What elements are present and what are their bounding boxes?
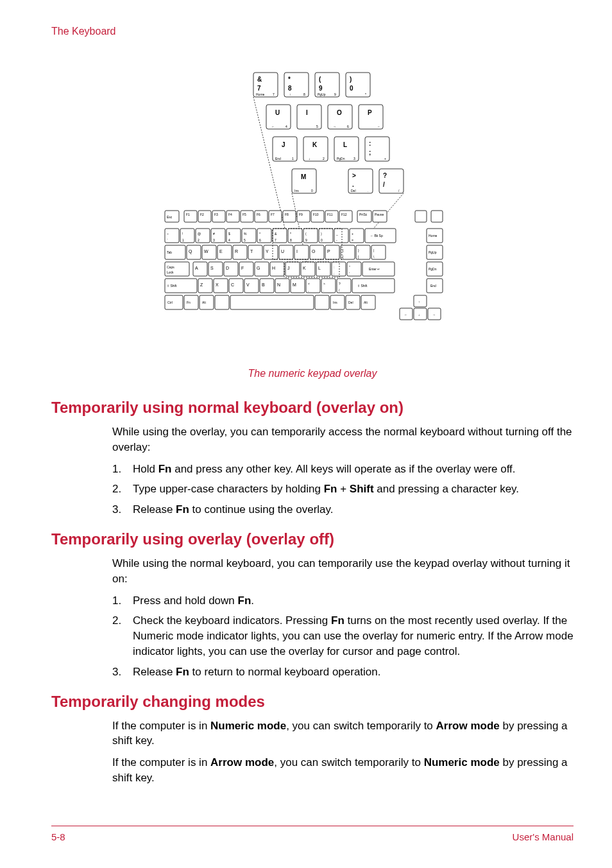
- svg-text:4: 4: [228, 238, 230, 242]
- svg-text:F: F: [241, 266, 244, 270]
- svg-text:3: 3: [213, 238, 215, 242]
- page-header: The Keyboard: [51, 26, 574, 37]
- svg-text:⇧ Shift: ⇧ Shift: [357, 284, 368, 288]
- list-item: 1.Press and hold down Fn.: [112, 593, 574, 609]
- svg-text:F1: F1: [186, 213, 190, 216]
- svg-text:N: N: [277, 282, 280, 287]
- svg-text:F7: F7: [271, 213, 275, 216]
- svg-text:↑: ↑: [418, 300, 420, 304]
- svg-text:<: <: [308, 282, 310, 286]
- svg-rect-97: [431, 211, 443, 222]
- svg-text:L: L: [343, 141, 347, 148]
- svg-text:2: 2: [198, 238, 200, 242]
- svg-text:→: →: [432, 313, 436, 317]
- svg-text:Pause: Pause: [375, 213, 384, 216]
- svg-text:L: L: [318, 266, 321, 270]
- svg-text:F9: F9: [299, 213, 303, 216]
- svg-text:9: 9: [319, 85, 323, 92]
- svg-text:>: >: [323, 282, 325, 286]
- svg-text:R: R: [235, 249, 238, 254]
- svg-text:,: ,: [308, 288, 309, 292]
- svg-text:3: 3: [353, 157, 355, 161]
- svg-text:Enter ↵: Enter ↵: [369, 267, 380, 271]
- svg-text:PgUp: PgUp: [318, 92, 326, 96]
- list-item: 3.Release Fn to return to normal keyboar…: [112, 664, 574, 680]
- svg-text:←: ←: [271, 125, 275, 128]
- svg-text:E: E: [219, 249, 223, 254]
- svg-text:Q: Q: [189, 249, 192, 254]
- svg-text:7: 7: [275, 238, 276, 242]
- svg-text:5: 5: [244, 238, 246, 242]
- svg-text:PgDn: PgDn: [337, 157, 345, 161]
- svg-text:↓: ↓: [309, 157, 310, 161]
- svg-text:J: J: [282, 141, 285, 148]
- svg-text:|: |: [373, 248, 374, 252]
- svg-text:D: D: [226, 266, 229, 270]
- svg-text:9: 9: [334, 92, 336, 96]
- svg-text:%: %: [244, 232, 247, 236]
- svg-text:K: K: [303, 266, 306, 270]
- svg-text:↓: ↓: [418, 313, 420, 317]
- svg-text:Ins: Ins: [333, 300, 337, 304]
- svg-text:F6: F6: [257, 213, 260, 216]
- svg-text:): ): [350, 76, 352, 83]
- svg-text:F3: F3: [214, 213, 218, 216]
- heading-overlay-on: Temporarily using normal keyboard (overl…: [51, 399, 574, 417]
- intro-text-2: While using the normal keyboard, you can…: [112, 556, 574, 587]
- svg-text:K: K: [312, 141, 318, 148]
- svg-text:Ctrl: Ctrl: [167, 300, 173, 304]
- svg-text:Del: Del: [348, 300, 353, 304]
- svg-text:F12: F12: [341, 213, 347, 216]
- svg-text:?: ?: [383, 172, 387, 179]
- svg-text:PgUp: PgUp: [429, 250, 437, 254]
- svg-text:6: 6: [259, 238, 261, 242]
- svg-text:G: G: [257, 266, 260, 270]
- svg-text:Fn: Fn: [187, 300, 191, 304]
- svg-text:Home: Home: [256, 92, 265, 96]
- svg-text:Ins: Ins: [294, 189, 299, 193]
- svg-text:F11: F11: [327, 213, 333, 216]
- svg-text:P: P: [368, 109, 372, 116]
- svg-text:>: >: [352, 172, 356, 179]
- svg-text:PrtSc: PrtSc: [359, 213, 368, 216]
- svg-text:I: I: [306, 109, 308, 116]
- svg-text:Y: Y: [266, 249, 269, 254]
- svg-text:~: ~: [167, 232, 169, 236]
- svg-rect-241: [230, 295, 314, 309]
- svg-text:Lock: Lock: [167, 270, 174, 274]
- list-item: 1.Hold Fn and press any other key. All k…: [112, 462, 574, 477]
- svg-text:/: /: [383, 181, 385, 188]
- svg-text:1: 1: [292, 157, 294, 161]
- svg-text:!: !: [182, 232, 183, 236]
- svg-text:A: A: [195, 266, 198, 270]
- svg-text:F5: F5: [242, 213, 246, 216]
- svg-text:$: $: [228, 232, 230, 236]
- svg-text:F4: F4: [228, 213, 232, 216]
- heading-overlay-off: Temporarily using overlay (overlay off): [51, 530, 574, 548]
- body-paragraph: If the computer is in Arrow mode, you ca…: [112, 755, 574, 786]
- svg-text:=: =: [352, 238, 353, 242]
- svg-text:8: 8: [303, 92, 305, 96]
- svg-text:X: X: [216, 282, 219, 287]
- svg-text:Home: Home: [429, 234, 438, 238]
- svg-text:;: ;: [369, 149, 371, 156]
- svg-text:B: B: [262, 282, 265, 287]
- svg-text:P: P: [327, 249, 330, 254]
- svg-text::: :: [369, 140, 371, 147]
- figure-caption: The numeric keypad overlay: [51, 368, 574, 379]
- svg-text:5: 5: [316, 125, 318, 128]
- svg-text:2: 2: [323, 157, 325, 161]
- svg-text:W: W: [204, 249, 208, 254]
- svg-text:J: J: [287, 266, 290, 270]
- body-paragraph: If the computer is in Numeric mode, you …: [112, 718, 574, 749]
- svg-text:→: →: [333, 125, 336, 128]
- keyboard-diagram: & 7 Home 7 * 8 ↑ 8 ( 9 PgUp 9 ): [51, 69, 574, 358]
- svg-text:←: ←: [404, 313, 407, 317]
- svg-text:C: C: [231, 282, 234, 287]
- svg-text:F2: F2: [200, 213, 204, 216]
- svg-text:S: S: [210, 266, 214, 270]
- svg-text:Esc: Esc: [167, 215, 173, 219]
- svg-text:V: V: [246, 282, 250, 287]
- svg-text:*: *: [290, 232, 291, 236]
- svg-text:O: O: [312, 249, 316, 254]
